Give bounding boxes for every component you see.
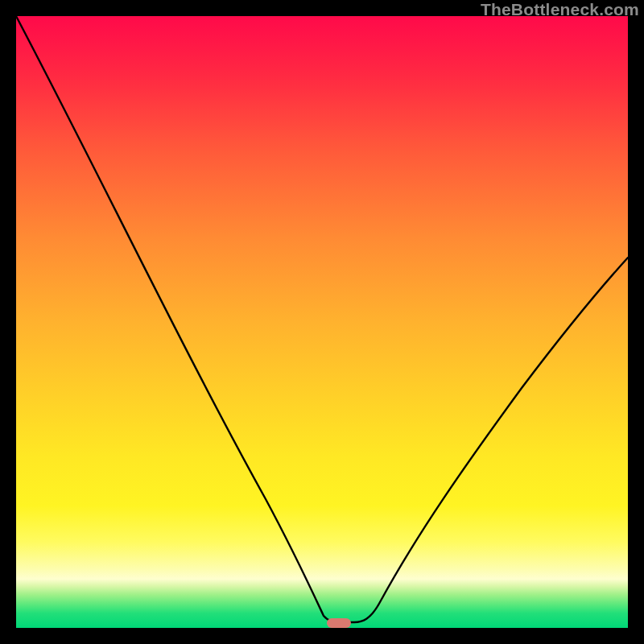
bottleneck-curve xyxy=(16,16,628,622)
optimum-marker xyxy=(327,618,351,628)
plot-area xyxy=(16,16,628,628)
watermark-text: TheBottleneck.com xyxy=(481,0,639,19)
plot-svg xyxy=(16,16,628,628)
chart-frame: TheBottleneck.com xyxy=(0,0,644,644)
